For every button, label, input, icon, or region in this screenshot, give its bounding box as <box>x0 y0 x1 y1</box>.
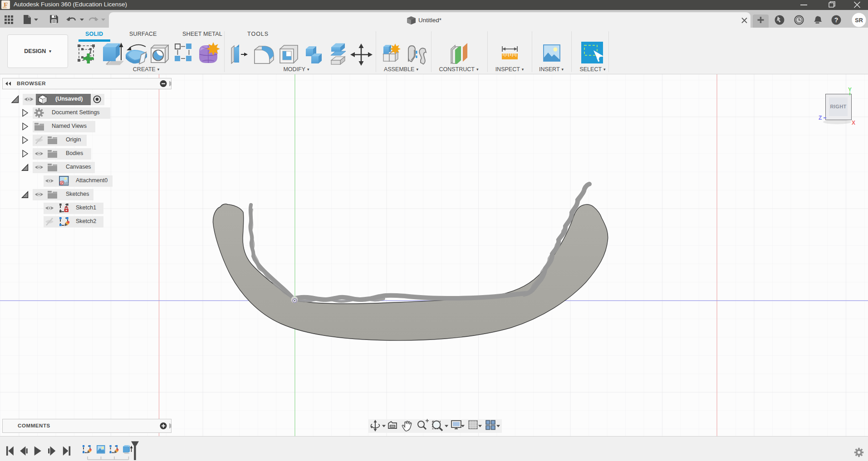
svg-text:Z: Z <box>819 115 822 121</box>
svg-text:Y: Y <box>848 87 852 93</box>
svg-text:X: X <box>852 120 855 126</box>
